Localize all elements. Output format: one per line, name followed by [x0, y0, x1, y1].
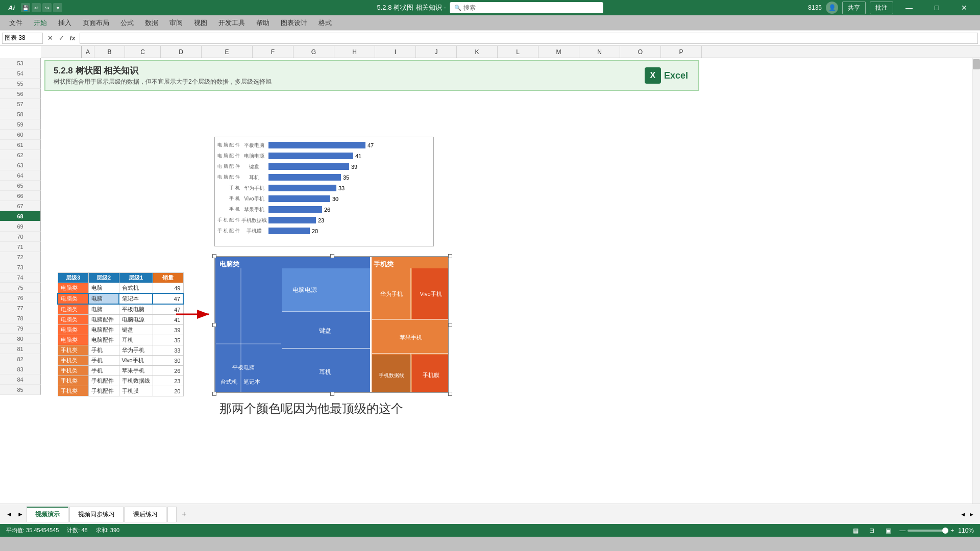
cell-l2-r78: 手机配件: [88, 376, 119, 386]
menu-view[interactable]: 视图: [189, 16, 212, 30]
vertical-scrollbar[interactable]: [972, 58, 980, 504]
selection-handle-tr[interactable]: [448, 254, 452, 258]
row-num-85: 85: [0, 385, 41, 395]
tab-extra[interactable]: [167, 507, 177, 522]
bar-cat1-2: 电 脑 配 件: [217, 153, 240, 159]
tab-sync[interactable]: 视频同步练习: [69, 507, 124, 522]
minimize-button[interactable]: —: [897, 0, 921, 15]
table-row-69[interactable]: 电脑类 电脑 台式机 49: [58, 283, 183, 294]
col-header-d: D: [161, 46, 202, 58]
menu-dev[interactable]: 开发工具: [213, 16, 250, 30]
search-input[interactable]: [463, 4, 588, 11]
redo-icon[interactable]: ↪: [42, 3, 52, 12]
data-table: 层级3 层级2 层级1 销量 电脑类 电脑 台式机 49 电脑类 电脑 笔记本: [57, 272, 184, 396]
zoom-decrease[interactable]: —: [899, 527, 905, 534]
formula-icons: ✕ ✓ fx: [45, 33, 78, 43]
menu-home[interactable]: 开始: [29, 16, 52, 30]
bar-row-6: 手 机 Vivo手机 30: [217, 194, 431, 204]
bar-val-4: 35: [343, 174, 349, 181]
zoom-slider[interactable]: [908, 530, 948, 532]
table-row-70[interactable]: 电脑类 电脑 笔记本 47: [58, 293, 183, 304]
row-num-78: 78: [0, 313, 41, 323]
zoom-thumb[interactable]: [942, 528, 948, 534]
treemap-chart: 电脑类 电脑电源 键盘 耳机 台式机 笔记本: [214, 256, 449, 393]
table-row-79[interactable]: 手机类 手机配件 手机膜 20: [58, 386, 183, 396]
row-num-80: 80: [0, 334, 41, 344]
menu-file[interactable]: 文件: [4, 16, 28, 30]
zoom-increase[interactable]: +: [950, 527, 954, 534]
menu-insert[interactable]: 插入: [53, 16, 77, 30]
tab-demo[interactable]: 视频演示: [27, 507, 68, 522]
insert-function-icon[interactable]: fx: [67, 33, 78, 43]
selection-handle-ml[interactable]: [212, 323, 216, 327]
add-sheet-button[interactable]: +: [178, 508, 191, 521]
cell-l1-r74: 耳机: [119, 335, 153, 345]
maximize-button[interactable]: □: [925, 0, 948, 15]
close-button[interactable]: ✕: [952, 0, 976, 15]
menu-chartdesign[interactable]: 图表设计: [276, 16, 312, 30]
cell-sales-r78: 23: [153, 376, 183, 386]
menu-bar: 文件 开始 插入 页面布局 公式 数据 审阅 视图 开发工具 帮助 图表设计 格…: [0, 15, 980, 31]
save-icon[interactable]: 💾: [21, 3, 30, 12]
scroll-tabs-right[interactable]: ►: [15, 508, 26, 521]
status-right: ▦ ⊟ ▣ — + 110%: [850, 525, 974, 536]
bar-val-7: 26: [324, 207, 330, 213]
subtitle-overlay: 那两个颜色呢因为他最顶级的这个: [219, 400, 403, 417]
selection-handle-bm[interactable]: [330, 392, 334, 396]
cell-name-box[interactable]: 图表 38: [2, 33, 43, 44]
col-header-b: B: [94, 46, 125, 58]
menu-help[interactable]: 帮助: [251, 16, 275, 30]
menu-layout[interactable]: 页面布局: [78, 16, 114, 30]
selection-handle-mr[interactable]: [448, 323, 452, 327]
status-count: 计数: 48: [67, 527, 87, 534]
selection-handle-bl[interactable]: [212, 392, 216, 396]
page-break-icon[interactable]: ▣: [883, 525, 893, 536]
bar-chart: 电 脑 配 件 平板电脑 47 电 脑 配 件 电脑电源 41 电 脑 配 件 …: [214, 137, 434, 246]
scroll-tabs-left[interactable]: ◄: [4, 508, 14, 521]
treemap-label-phone: 手机类: [374, 260, 394, 268]
more-icon[interactable]: ▾: [53, 3, 62, 12]
treemap-label-powersupply: 电脑电源: [292, 286, 317, 293]
cell-l1-r77: 苹果手机: [119, 366, 153, 376]
page-layout-icon[interactable]: ⊟: [867, 525, 877, 536]
tab-exercise[interactable]: 课后练习: [125, 507, 166, 522]
bar-val-2: 41: [355, 153, 361, 159]
selection-handle-tl[interactable]: [212, 254, 216, 258]
formula-input[interactable]: [80, 33, 978, 44]
selection-handle-br[interactable]: [448, 392, 452, 396]
table-row-72[interactable]: 电脑类 电脑配件 电脑电源 41: [58, 315, 183, 325]
table-row-77[interactable]: 手机类 手机 苹果手机 26: [58, 366, 183, 376]
cell-l1-r72: 电脑电源: [119, 315, 153, 325]
search-box[interactable]: 🔍: [450, 2, 603, 13]
comment-button[interactable]: 批注: [870, 2, 893, 14]
title-bar: Ai 💾 ↩ ↪ ▾ 5.2.8 树状图 相关知识 - 🔍 8135 👤 共享 …: [0, 0, 980, 15]
table-row-75[interactable]: 手机类 手机 华为手机 33: [58, 345, 183, 356]
bar-fill-7: [268, 206, 322, 213]
bar-cat1-3: 电 脑 配 件: [217, 163, 240, 170]
bar-cat2-8: 手机数据线: [241, 217, 267, 224]
menu-data[interactable]: 数据: [140, 16, 163, 30]
share-button[interactable]: 共享: [842, 2, 866, 14]
table-row-76[interactable]: 手机类 手机 Vivo手机 30: [58, 356, 183, 366]
row-num-53: 53: [0, 58, 41, 68]
scrollbar-thumb[interactable]: [973, 59, 980, 69]
zoom-control[interactable]: — + 110%: [899, 527, 974, 534]
undo-icon[interactable]: ↩: [32, 3, 41, 12]
scroll-right-icon[interactable]: ►: [969, 511, 974, 517]
treemap-label-vivo: Vivo手机: [420, 291, 442, 297]
selection-handle-tm[interactable]: [330, 254, 334, 258]
menu-review[interactable]: 审阅: [164, 16, 188, 30]
cancel-formula-icon[interactable]: ✕: [45, 33, 55, 43]
confirm-formula-icon[interactable]: ✓: [56, 33, 66, 43]
menu-format[interactable]: 格式: [313, 16, 337, 30]
table-row-73[interactable]: 电脑类 电脑配件 键盘 39: [58, 325, 183, 335]
menu-formula[interactable]: 公式: [115, 16, 139, 30]
cell-l2-r69: 电脑: [88, 283, 119, 294]
table-row-71[interactable]: 电脑类 电脑 平板电脑 47: [58, 304, 183, 315]
cell-l2-r79: 手机配件: [88, 386, 119, 396]
scroll-left-icon[interactable]: ◄: [960, 511, 966, 517]
table-row-78[interactable]: 手机类 手机配件 手机数据线 23: [58, 376, 183, 386]
table-row-74[interactable]: 电脑类 电脑配件 耳机 35: [58, 335, 183, 345]
normal-view-icon[interactable]: ▦: [850, 525, 861, 536]
cell-l3-r76: 手机类: [58, 356, 88, 366]
